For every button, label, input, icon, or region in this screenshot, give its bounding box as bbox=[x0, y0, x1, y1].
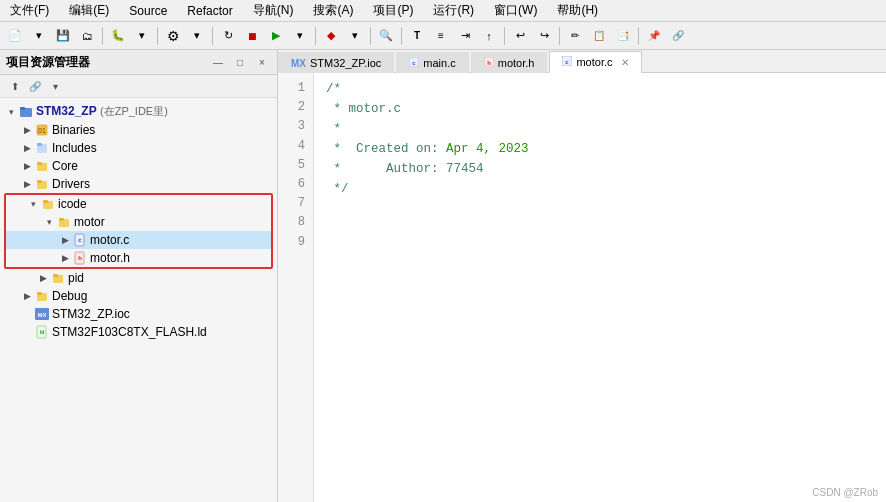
stop-btn[interactable]: ⏹ bbox=[241, 25, 263, 47]
menu-help[interactable]: 帮助(H) bbox=[551, 0, 604, 21]
icode-folder-icon bbox=[40, 197, 56, 211]
code-line-1: /* bbox=[326, 79, 874, 99]
editor-tab-motor-c[interactable]: c motor.c ✕ bbox=[549, 51, 641, 73]
undo-btn[interactable]: ↩ bbox=[509, 25, 531, 47]
debug-label: Debug bbox=[52, 289, 87, 303]
menu-run[interactable]: 运行(R) bbox=[427, 0, 480, 21]
drivers-label: Drivers bbox=[52, 177, 90, 191]
menu-navigate[interactable]: 导航(N) bbox=[247, 0, 300, 21]
code-content[interactable]: /* * motor.c * * Created on: Apr 4, 2023… bbox=[314, 73, 886, 502]
redo-btn[interactable]: ↪ bbox=[533, 25, 555, 47]
panel-maximize-btn[interactable]: □ bbox=[231, 53, 249, 71]
extra-btn3[interactable]: 📑 bbox=[612, 25, 634, 47]
motor-arrow: ▾ bbox=[42, 217, 56, 227]
ioc-tab-label: STM32_ZP.ioc bbox=[310, 57, 381, 69]
editor-tab-motor-h[interactable]: h motor.h bbox=[471, 52, 548, 73]
menu-window[interactable]: 窗口(W) bbox=[488, 0, 543, 21]
extra-btn2[interactable]: 📋 bbox=[588, 25, 610, 47]
svg-rect-7 bbox=[37, 162, 42, 165]
drivers-arrow: ▶ bbox=[20, 179, 34, 189]
tree-project-root[interactable]: ▾ STM32_ZP (在ZP_IDE里) bbox=[0, 102, 277, 121]
tree-debug[interactable]: ▶ Debug bbox=[0, 287, 277, 305]
save-all-btn[interactable]: 🗂 bbox=[76, 25, 98, 47]
main-c-tab-label: main.c bbox=[423, 57, 455, 69]
tree-binaries[interactable]: ▶ 01 Binaries bbox=[0, 121, 277, 139]
code-line-4: * Created on: Apr 4, 2023 bbox=[326, 139, 874, 159]
motor-h-tab-label: motor.h bbox=[498, 57, 535, 69]
align-btn[interactable]: ≡ bbox=[430, 25, 452, 47]
extra-btn5[interactable]: 🔗 bbox=[667, 25, 689, 47]
motor-c-tab-close[interactable]: ✕ bbox=[621, 57, 629, 68]
menu-file[interactable]: 文件(F) bbox=[4, 0, 55, 21]
search-btn[interactable]: 🔍 bbox=[375, 25, 397, 47]
code-editor: 1 2 3 4 5 6 7 8 9 /* * motor.c * * Creat… bbox=[278, 73, 886, 502]
panel-close-btn[interactable]: × bbox=[253, 53, 271, 71]
run-dropdown-btn[interactable]: ▾ bbox=[289, 25, 311, 47]
more-dropdown-btn[interactable]: ▾ bbox=[344, 25, 366, 47]
refresh-btn[interactable]: ↻ bbox=[217, 25, 239, 47]
tree-motor-c[interactable]: ▶ c motor.c bbox=[6, 231, 271, 249]
indent-btn[interactable]: ⇥ bbox=[454, 25, 476, 47]
tree-motor-h[interactable]: ▶ h motor.h bbox=[6, 249, 271, 267]
menu-source[interactable]: Source bbox=[123, 2, 173, 20]
tree-includes[interactable]: ▶ Includes bbox=[0, 139, 277, 157]
tree-stm32-ioc[interactable]: ▶ MX STM32_ZP.ioc bbox=[0, 305, 277, 323]
tree-flash-ld[interactable]: ▶ ld STM32F103C8TX_FLASH.ld bbox=[0, 323, 277, 341]
more-btn[interactable]: ◆ bbox=[320, 25, 342, 47]
tree-drivers[interactable]: ▶ Drivers bbox=[0, 175, 277, 193]
new-btn[interactable]: 📄 bbox=[4, 25, 26, 47]
core-folder-icon bbox=[34, 159, 50, 173]
menu-search[interactable]: 搜索(A) bbox=[307, 0, 359, 21]
panel-minimize-btn[interactable]: — bbox=[209, 53, 227, 71]
motor-c-tab-label: motor.c bbox=[576, 56, 612, 68]
toolbar-sep-2 bbox=[157, 27, 158, 45]
menu-refactor[interactable]: Refactor bbox=[181, 2, 238, 20]
tree-core[interactable]: ▶ Core bbox=[0, 157, 277, 175]
save-btn[interactable]: 💾 bbox=[52, 25, 74, 47]
menu-project[interactable]: 项目(P) bbox=[367, 0, 419, 21]
editor-tab-ioc[interactable]: MX STM32_ZP.ioc bbox=[278, 52, 394, 73]
tree-pid[interactable]: ▶ pid bbox=[0, 269, 277, 287]
project-icon bbox=[18, 105, 34, 119]
extra-btn1[interactable]: ✏ bbox=[564, 25, 586, 47]
menu-edit[interactable]: 编辑(E) bbox=[63, 0, 115, 21]
text-btn[interactable]: T bbox=[406, 25, 428, 47]
binaries-icon: 01 bbox=[34, 123, 50, 137]
up-btn[interactable]: ↑ bbox=[478, 25, 500, 47]
icode-label: icode bbox=[58, 197, 87, 211]
toolbar-sep-5 bbox=[370, 27, 371, 45]
collapse-all-icon[interactable]: ⬆ bbox=[6, 77, 24, 95]
code-line-2: * motor.c bbox=[326, 99, 874, 119]
build-btn[interactable]: ⚙ bbox=[162, 25, 184, 47]
debug-dropdown-btn[interactable]: ▾ bbox=[131, 25, 153, 47]
svg-text:h: h bbox=[487, 60, 491, 66]
motor-label: motor bbox=[74, 215, 105, 229]
link-editor-icon[interactable]: 🔗 bbox=[26, 77, 44, 95]
motor-c-label: motor.c bbox=[90, 233, 129, 247]
editor-tab-main-c[interactable]: c main.c bbox=[396, 52, 468, 73]
extra-btn4[interactable]: 📌 bbox=[643, 25, 665, 47]
build-dropdown-btn[interactable]: ▾ bbox=[186, 25, 208, 47]
binaries-arrow: ▶ bbox=[20, 125, 34, 135]
pid-arrow: ▶ bbox=[36, 273, 50, 283]
motor-c-arrow: ▶ bbox=[58, 235, 72, 245]
ld-label: STM32F103C8TX_FLASH.ld bbox=[52, 325, 207, 339]
drivers-folder-icon bbox=[34, 177, 50, 191]
tree-panel: ▾ STM32_ZP (在ZP_IDE里) ▶ bbox=[0, 98, 277, 502]
debug-btn[interactable]: 🐛 bbox=[107, 25, 129, 47]
ioc-label: STM32_ZP.ioc bbox=[52, 307, 130, 321]
tree-motor[interactable]: ▾ motor bbox=[6, 213, 271, 231]
motor-h-arrow: ▶ bbox=[58, 253, 72, 263]
view-menu-icon[interactable]: ▾ bbox=[46, 77, 64, 95]
code-line-7 bbox=[326, 199, 874, 219]
debug-folder-icon bbox=[34, 289, 50, 303]
run-btn[interactable]: ▶ bbox=[265, 25, 287, 47]
toolbar-sep-1 bbox=[102, 27, 103, 45]
code-line-8 bbox=[326, 219, 874, 239]
toolbar-sep-9 bbox=[638, 27, 639, 45]
tree-icode[interactable]: ▾ icode bbox=[6, 195, 271, 213]
project-name: STM32_ZP (在ZP_IDE里) bbox=[36, 104, 168, 119]
new-dropdown-btn[interactable]: ▾ bbox=[28, 25, 50, 47]
binaries-label: Binaries bbox=[52, 123, 95, 137]
svg-text:ld: ld bbox=[40, 329, 44, 335]
